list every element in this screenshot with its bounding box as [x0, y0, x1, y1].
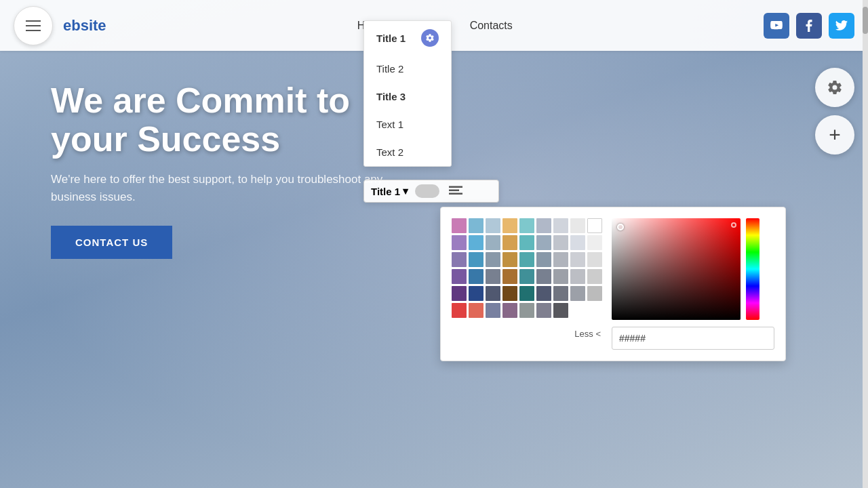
color-swatch-8[interactable] [587, 218, 602, 233]
color-swatch-19[interactable] [469, 252, 484, 267]
text-style-dropdown: Title 1 Title 2 Title 3 Text 1 Text 2 [363, 20, 452, 167]
settings-button[interactable] [815, 68, 854, 107]
add-button[interactable]: + [815, 115, 854, 155]
color-swatch-3[interactable] [502, 218, 517, 233]
color-swatch-39[interactable] [502, 286, 517, 301]
scrollbar[interactable] [863, 0, 868, 488]
gradient-cursor-2 [731, 222, 736, 228]
color-picker-panel: Less < [440, 207, 786, 361]
color-swatch-25[interactable] [570, 252, 585, 267]
chevron-down-icon: ▾ [403, 185, 408, 197]
color-swatch-22[interactable] [519, 252, 534, 267]
color-swatch-17[interactable] [587, 235, 602, 250]
color-swatch-16[interactable] [570, 235, 585, 250]
style-toggle[interactable] [415, 184, 439, 198]
settings-circle-icon [425, 33, 435, 43]
color-swatch-40[interactable] [519, 286, 534, 301]
color-swatch-15[interactable] [553, 235, 568, 250]
dropdown-item-title1[interactable]: Title 1 [364, 21, 451, 55]
color-swatch-38[interactable] [486, 286, 500, 301]
color-swatch-35[interactable] [587, 269, 602, 284]
color-swatch-50[interactable] [536, 303, 551, 318]
color-swatch-26[interactable] [587, 252, 602, 267]
color-swatch-41[interactable] [536, 286, 551, 301]
gear-icon [827, 79, 843, 96]
hex-color-input[interactable] [612, 327, 774, 350]
hero-content: We are Commit to your Success We're here… [51, 81, 390, 259]
youtube-icon [770, 21, 783, 30]
youtube-icon-btn[interactable] [764, 13, 789, 39]
plus-icon: + [829, 123, 841, 146]
dropdown-label-title2: Title 2 [376, 63, 403, 75]
color-swatch-34[interactable] [570, 269, 585, 284]
dropdown-label-title1: Title 1 [376, 33, 406, 44]
color-swatch-32[interactable] [536, 269, 551, 284]
color-swatch-28[interactable] [469, 269, 484, 284]
color-swatch-1[interactable] [469, 218, 484, 233]
color-swatch-11[interactable] [486, 235, 500, 250]
text-formatting-toolbar: Title 1 ▾ [363, 180, 499, 203]
color-swatch-31[interactable] [519, 269, 534, 284]
hue-bar[interactable] [746, 218, 760, 320]
color-swatch-7[interactable] [570, 218, 585, 233]
hero-subtitle: We're here to offer the best support, to… [51, 171, 390, 205]
color-swatch-6[interactable] [553, 218, 568, 233]
color-swatch-30[interactable] [502, 269, 517, 284]
gradient-canvas-container[interactable] [612, 218, 741, 320]
color-swatch-45[interactable] [452, 303, 467, 318]
color-swatches-grid [452, 218, 601, 318]
color-swatch-27[interactable] [452, 269, 467, 284]
color-swatch-44[interactable] [587, 286, 602, 301]
color-swatch-4[interactable] [519, 218, 534, 233]
color-swatch-20[interactable] [486, 252, 500, 267]
hamburger-line-3 [26, 30, 41, 31]
nav-contacts[interactable]: Contacts [470, 20, 513, 32]
color-swatch-5[interactable] [536, 218, 551, 233]
color-swatch-48[interactable] [502, 303, 517, 318]
dropdown-item-title2[interactable]: Title 2 [364, 55, 451, 83]
color-swatch-14[interactable] [536, 235, 551, 250]
site-title: ebsite [63, 17, 106, 35]
dropdown-item-text1[interactable]: Text 1 [364, 110, 451, 138]
color-swatch-2[interactable] [486, 218, 500, 233]
title1-settings-icon[interactable] [421, 29, 439, 47]
contact-us-button[interactable]: CONTACT US [51, 226, 172, 259]
color-swatch-24[interactable] [553, 252, 568, 267]
hamburger-button[interactable] [14, 6, 53, 45]
twitter-icon-btn[interactable] [829, 13, 854, 39]
facebook-icon-btn[interactable] [796, 13, 822, 39]
color-swatch-43[interactable] [570, 286, 585, 301]
color-swatch-10[interactable] [469, 235, 484, 250]
hamburger-line-2 [26, 25, 41, 26]
gradient-picker-area [612, 218, 774, 350]
color-swatch-37[interactable] [469, 286, 484, 301]
header-left: ebsite [14, 6, 106, 45]
color-swatch-42[interactable] [553, 286, 568, 301]
color-swatch-49[interactable] [519, 303, 534, 318]
color-swatch-33[interactable] [553, 269, 568, 284]
color-picker-body: Less < [452, 218, 774, 350]
color-swatch-18[interactable] [452, 252, 467, 267]
color-swatch-21[interactable] [502, 252, 517, 267]
svg-rect-2 [449, 193, 462, 195]
color-swatch-0[interactable] [452, 218, 467, 233]
twitter-icon [835, 20, 848, 30]
less-button[interactable]: Less < [452, 329, 601, 339]
color-swatch-36[interactable] [452, 286, 467, 301]
scrollbar-thumb[interactable] [863, 7, 868, 34]
color-swatch-9[interactable] [452, 235, 467, 250]
dropdown-label-text2: Text 2 [376, 146, 403, 158]
dropdown-item-text2[interactable]: Text 2 [364, 138, 451, 166]
align-button[interactable] [446, 184, 465, 198]
color-swatch-51[interactable] [553, 303, 568, 318]
color-swatch-29[interactable] [486, 269, 500, 284]
color-swatch-47[interactable] [486, 303, 500, 318]
social-icons [764, 13, 854, 39]
dark-gradient [612, 218, 741, 320]
color-swatch-12[interactable] [502, 235, 517, 250]
color-swatch-23[interactable] [536, 252, 551, 267]
style-select-button[interactable]: Title 1 ▾ [371, 185, 408, 197]
dropdown-item-title3[interactable]: Title 3 [364, 83, 451, 110]
color-swatch-46[interactable] [469, 303, 484, 318]
color-swatch-13[interactable] [519, 235, 534, 250]
